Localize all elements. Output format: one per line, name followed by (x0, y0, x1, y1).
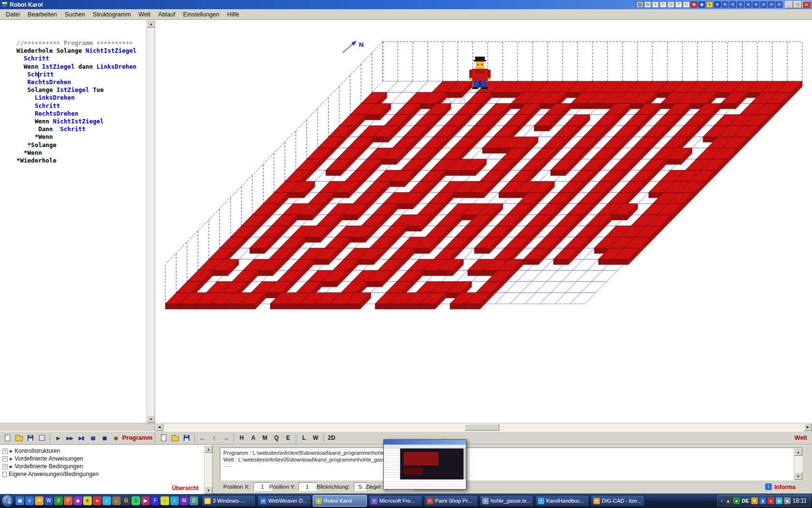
tree-item[interactable]: +▶Vordefinierte Bedingungen (0, 463, 203, 470)
quicklaunch-icon[interactable]: ◆ (73, 496, 82, 505)
expand-icon[interactable]: + (2, 456, 8, 462)
quicklaunch-icon[interactable]: X (54, 496, 63, 505)
run-fast-button[interactable]: ▶▶ (64, 433, 75, 443)
close-button[interactable]: × (802, 1, 811, 8)
tray-icon[interactable]: ▲ (725, 497, 732, 504)
tree-item[interactable]: +▶Vordefinierte Anweisungen (0, 455, 203, 463)
quicklaunch-icon[interactable]: D (189, 496, 198, 505)
titlebar-tray-icon[interactable]: X (652, 1, 659, 8)
run-to-end-button[interactable]: ▶▮ (76, 433, 87, 443)
world-button-m[interactable]: M (260, 433, 270, 443)
taskbar-button[interactable]: DDIG-CAD - lize... (591, 495, 645, 507)
quicklaunch-icon[interactable]: ✉ (35, 496, 44, 505)
tree-scroll-down-icon[interactable]: ▼ (204, 486, 213, 494)
taskbar-button[interactable]: ≡hohle_gasse.tx... (479, 495, 534, 507)
quicklaunch-icon[interactable]: F (151, 496, 160, 505)
code-area[interactable]: //++++++++++ Programm ++++++++++Wiederho… (0, 39, 146, 423)
world-button-q[interactable]: Q (271, 433, 282, 443)
titlebar-tray-icon[interactable]: ▾ (745, 1, 752, 8)
titlebar-tray-icon[interactable]: P (660, 1, 667, 8)
tree-scroll-up-icon[interactable]: ▲ (204, 445, 213, 453)
scroll-right-icon[interactable]: ▶ (804, 423, 812, 431)
quicklaunch-icon[interactable]: ⌂ (112, 496, 121, 505)
turn-right-button[interactable]: → (220, 433, 231, 443)
quicklaunch-icon[interactable]: S (131, 496, 140, 505)
tree-vscrollbar[interactable]: ▲ ▼ (204, 445, 212, 494)
titlebar-tray-icon[interactable]: C (683, 1, 690, 8)
titlebar-tray-icon[interactable]: ▾ (760, 1, 767, 8)
taskbar-button[interactable]: ▤3 Windows-... (202, 495, 256, 507)
titlebar-tray-icon[interactable]: ▾ (776, 1, 783, 8)
quicklaunch-icon[interactable]: M (180, 496, 188, 505)
info-scroll-down-icon[interactable]: ▼ (794, 472, 802, 480)
tray-icon[interactable]: ● (733, 497, 740, 504)
minimize-button[interactable]: _ (785, 1, 793, 8)
maximize-button[interactable]: □ (794, 1, 802, 8)
titlebar-tray-icon[interactable]: T (675, 1, 682, 8)
start-button[interactable] (1, 494, 14, 507)
titlebar-tray-icon[interactable]: ▾ (737, 1, 744, 8)
editor-vscrollbar[interactable]: ▲ ▼ (146, 20, 155, 423)
scroll-up-icon[interactable]: ▲ (147, 20, 155, 28)
titlebar-tray-icon[interactable]: ▾ (722, 1, 728, 8)
world-button-w[interactable]: W (310, 433, 321, 443)
titlebar-tray-icon[interactable]: W (644, 1, 651, 8)
titlebar-tray-icon[interactable]: ▾ (729, 1, 736, 8)
hscroll-thumb[interactable] (464, 424, 499, 431)
language-indicator[interactable]: DE (742, 498, 749, 504)
world-save-button[interactable] (181, 433, 192, 443)
editor-panel[interactable]: //++++++++++ Programm ++++++++++Wiederho… (0, 20, 155, 423)
struktogramm-button[interactable] (37, 433, 47, 443)
new-button[interactable] (2, 433, 13, 443)
world-button-a[interactable]: A (248, 433, 259, 443)
quicklaunch-icon[interactable]: ● (93, 496, 102, 505)
titlebar-tray-icon[interactable]: ▤ (637, 1, 643, 8)
world-open-button[interactable] (170, 433, 180, 443)
menu-suchen[interactable]: Suchen (61, 10, 89, 19)
titlebar-tray-icon[interactable]: ▾ (753, 1, 759, 8)
titlebar-tray-icon[interactable]: ● (714, 1, 721, 8)
tray-icon[interactable]: ● (768, 497, 774, 504)
world-button-e[interactable]: E (283, 433, 293, 443)
quicklaunch-icon[interactable]: e (25, 496, 34, 505)
quicklaunch-icon[interactable]: P (64, 496, 72, 505)
tray-chevron-icon[interactable]: ‹ (721, 497, 723, 504)
titlebar-tray-icon[interactable]: ▾ (768, 1, 775, 8)
titlebar-tray-icon[interactable]: ◆ (698, 1, 705, 8)
clock[interactable]: 18:11 (793, 497, 807, 504)
world-new-button[interactable] (158, 433, 169, 443)
stop-button[interactable]: ■ (99, 433, 110, 443)
menu-hilfe[interactable]: Hilfe (223, 10, 243, 19)
save-button[interactable] (25, 433, 36, 443)
titlebar-tray-icon[interactable]: D (667, 1, 674, 8)
tree-item[interactable]: +▶Kontrollstrukturen (0, 447, 203, 455)
taskbar-button[interactable]: ♦Robot Karol (313, 495, 367, 507)
quicklaunch-icon[interactable]: i (170, 496, 179, 505)
scroll-left-icon[interactable]: ◀ (155, 423, 163, 431)
menu-datei[interactable]: Datei (2, 10, 24, 19)
taskbar-button[interactable]: PPaint Shop Pr... (424, 495, 478, 507)
tray-icon[interactable]: ✉ (751, 497, 758, 504)
run-button[interactable]: ▶ (53, 433, 63, 443)
quicklaunch-icon[interactable]: ▣ (15, 496, 24, 505)
file-info-box[interactable]: Programm : L:\websites\info\lex05\downlo… (220, 448, 802, 480)
menu-einstellungen[interactable]: Einstellungen (179, 10, 223, 19)
taskbar-button[interactable]: ?KarolHandbuc... (535, 495, 589, 507)
world-button-l[interactable]: L (299, 433, 309, 443)
quicklaunch-icon[interactable]: ☼ (160, 496, 169, 505)
menu-bearbeiten[interactable]: Bearbeiten (24, 10, 60, 19)
instruction-tree-panel[interactable]: +▶Kontrollstrukturen+▶Vordefinierte Anwe… (0, 445, 213, 494)
expand-icon[interactable]: + (2, 448, 8, 454)
quicklaunch-icon[interactable]: ♪ (102, 496, 111, 505)
titlebar-tray-icon[interactable]: ■ (691, 1, 697, 8)
step-button[interactable]: ↑ (209, 433, 219, 443)
preview-popup[interactable] (383, 439, 466, 490)
pause-button[interactable]: ▮▮ (87, 433, 98, 443)
tray-icon[interactable]: ◆ (776, 497, 783, 504)
tray-icon[interactable]: ■ (784, 497, 791, 504)
quicklaunch-icon[interactable]: W (44, 496, 53, 505)
tray-icon[interactable]: ▮ (759, 497, 766, 504)
menu-welt[interactable]: Welt (135, 10, 155, 19)
info-vscrollbar[interactable]: ▲ ▼ (794, 448, 802, 480)
world-button-h[interactable]: H (236, 433, 247, 443)
